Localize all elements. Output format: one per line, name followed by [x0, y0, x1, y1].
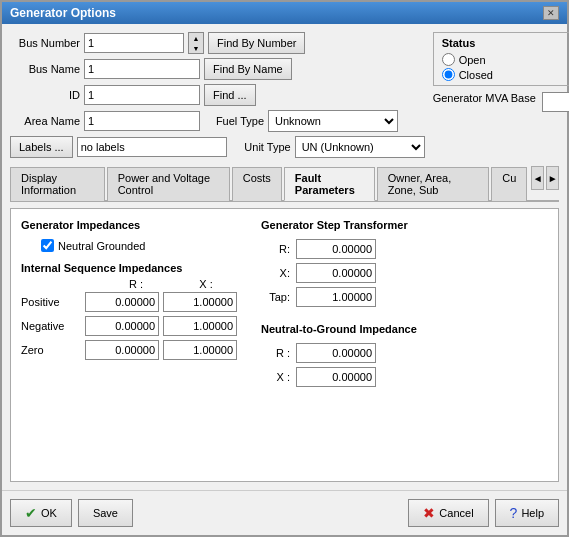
unit-type-label: Unit Type — [231, 141, 291, 153]
zero-x-input[interactable] — [163, 340, 237, 360]
neutral-r-input[interactable] — [296, 343, 376, 363]
bottom-left: ✔ OK Save — [10, 499, 133, 527]
close-button[interactable]: ✕ — [543, 6, 559, 20]
bus-name-label: Bus Name — [10, 63, 80, 75]
area-name-input[interactable] — [84, 111, 200, 131]
step-x-input[interactable] — [296, 263, 376, 283]
zero-r-input[interactable] — [85, 340, 159, 360]
open-radio-row: Open — [442, 53, 569, 66]
id-row: ID Find ... — [10, 84, 425, 106]
step-transformer-title: Generator Step Transformer — [261, 219, 548, 231]
fault-parameters-panel: Generator Impedances Neutral Grounded In… — [10, 208, 559, 482]
negative-x-input[interactable] — [163, 316, 237, 336]
fuel-type-label: Fuel Type — [204, 115, 264, 127]
tab-costs[interactable]: Costs — [232, 167, 282, 201]
tab-display-information[interactable]: Display Information — [10, 167, 105, 201]
spin-down-button[interactable]: ▼ — [189, 43, 203, 53]
neutral-grounded-row: Neutral Grounded — [41, 239, 241, 252]
find-by-number-button[interactable]: Find By Number — [208, 32, 305, 54]
positive-row: Positive — [21, 292, 241, 312]
mva-base-input[interactable] — [542, 92, 569, 112]
negative-row: Negative — [21, 316, 241, 336]
negative-r-input[interactable] — [85, 316, 159, 336]
closed-radio[interactable] — [442, 68, 455, 81]
fuel-type-select[interactable]: Unknown — [268, 110, 398, 132]
labels-input[interactable] — [77, 137, 227, 157]
step-x-label: X: — [261, 267, 296, 279]
closed-label: Closed — [459, 69, 493, 81]
content-area: Bus Number ▲ ▼ Find By Number Bus Name F… — [2, 24, 567, 490]
ok-label: OK — [41, 507, 57, 519]
right-panel: Generator Step Transformer R: X: Tap: — [261, 219, 548, 391]
step-x-row: X: — [261, 263, 548, 283]
positive-x-input[interactable] — [163, 292, 237, 312]
help-button[interactable]: ? Help — [495, 499, 559, 527]
status-title: Status — [442, 37, 569, 49]
window-title: Generator Options — [10, 6, 116, 20]
title-bar-buttons: ✕ — [543, 6, 559, 20]
step-tap-row: Tap: — [261, 287, 548, 307]
cancel-button[interactable]: ✖ Cancel — [408, 499, 488, 527]
generator-impedances-title: Generator Impedances — [21, 219, 241, 231]
bus-number-label: Bus Number — [10, 37, 80, 49]
ok-button[interactable]: ✔ OK — [10, 499, 72, 527]
bus-name-row: Bus Name Find By Name — [10, 58, 425, 80]
bus-number-input[interactable] — [84, 33, 184, 53]
bus-number-spinner: ▲ ▼ — [188, 32, 204, 54]
step-tap-label: Tap: — [261, 291, 296, 303]
fault-layout: Generator Impedances Neutral Grounded In… — [21, 219, 548, 391]
generator-options-window: Generator Options ✕ Bus Number ▲ ▼ Find … — [0, 0, 569, 537]
tab-power-voltage[interactable]: Power and Voltage Control — [107, 167, 230, 201]
step-tap-input[interactable] — [296, 287, 376, 307]
positive-r-input[interactable] — [85, 292, 159, 312]
save-button[interactable]: Save — [78, 499, 133, 527]
neutral-x-label: X : — [261, 371, 296, 383]
top-section: Bus Number ▲ ▼ Find By Number Bus Name F… — [10, 32, 559, 158]
area-name-row: Area Name Fuel Type Unknown — [10, 110, 425, 132]
neutral-ground-section: Neutral-to-Ground Impedance R : X : — [261, 323, 548, 387]
bus-name-input[interactable] — [84, 59, 200, 79]
transformer-section: Generator Step Transformer R: X: Tap: — [261, 219, 548, 307]
cancel-label: Cancel — [439, 507, 473, 519]
x-col-header: X : — [171, 278, 241, 290]
closed-radio-row: Closed — [442, 68, 569, 81]
positive-label: Positive — [21, 296, 85, 308]
neutral-grounded-checkbox[interactable] — [41, 239, 54, 252]
help-label: Help — [521, 507, 544, 519]
right-section: Status Open Closed Generator MVA Base — [433, 32, 569, 158]
tab-cu[interactable]: Cu — [491, 167, 527, 201]
find-button[interactable]: Find ... — [204, 84, 256, 106]
help-icon: ? — [510, 505, 518, 521]
bus-number-row: Bus Number ▲ ▼ Find By Number — [10, 32, 425, 54]
labels-button[interactable]: Labels ... — [10, 136, 73, 158]
cancel-icon: ✖ — [423, 505, 435, 521]
negative-label: Negative — [21, 320, 85, 332]
open-radio[interactable] — [442, 53, 455, 66]
tab-owner-area[interactable]: Owner, Area, Zone, Sub — [377, 167, 490, 201]
neutral-x-input[interactable] — [296, 367, 376, 387]
left-panel: Generator Impedances Neutral Grounded In… — [21, 219, 241, 391]
r-col-header: R : — [101, 278, 171, 290]
mva-section: Generator MVA Base — [433, 92, 569, 112]
left-fields: Bus Number ▲ ▼ Find By Number Bus Name F… — [10, 32, 425, 158]
neutral-ground-title: Neutral-to-Ground Impedance — [261, 323, 548, 335]
labels-row: Labels ... Unit Type UN (Unknown) — [10, 136, 425, 158]
step-r-label: R: — [261, 243, 296, 255]
neutral-r-label: R : — [261, 347, 296, 359]
find-by-name-button[interactable]: Find By Name — [204, 58, 292, 80]
zero-row: Zero — [21, 340, 241, 360]
status-group: Status Open Closed — [433, 32, 569, 86]
tab-left-arrow[interactable]: ◄ — [531, 166, 544, 190]
step-r-input[interactable] — [296, 239, 376, 259]
id-label: ID — [10, 89, 80, 101]
tab-fault-parameters[interactable]: Fault Parameters — [284, 167, 375, 201]
ok-icon: ✔ — [25, 505, 37, 521]
id-input[interactable] — [84, 85, 200, 105]
internal-sequence-title: Internal Sequence Impedances — [21, 262, 241, 274]
spin-up-button[interactable]: ▲ — [189, 33, 203, 43]
zero-label: Zero — [21, 344, 85, 356]
tab-right-arrow[interactable]: ► — [546, 166, 559, 190]
neutral-x-row: X : — [261, 367, 548, 387]
area-name-label: Area Name — [10, 115, 80, 127]
unit-type-select[interactable]: UN (Unknown) — [295, 136, 425, 158]
